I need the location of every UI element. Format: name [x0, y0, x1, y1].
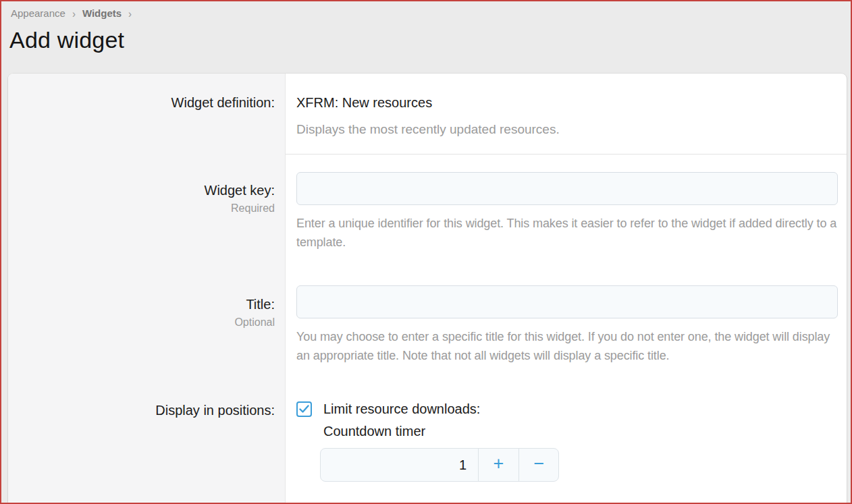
limit-resource-downloads-checkbox-label[interactable]: Limit resource downloads: — [323, 401, 480, 417]
display-positions-label: Display in positions: — [8, 401, 275, 419]
countdown-timer-value-input[interactable] — [321, 449, 478, 481]
widget-key-required-hint: Required — [8, 202, 275, 215]
title-explanation: You may choose to enter a specific title… — [296, 327, 838, 365]
widget-definition-label: Widget definition: — [8, 94, 275, 111]
add-widget-form: Widget definition: XFRM: New resources D… — [8, 74, 847, 504]
widget-key-label: Widget key: — [8, 181, 275, 199]
widget-key-input[interactable] — [296, 172, 838, 205]
widget-key-explanation: Enter a unique identifier for this widge… — [296, 214, 838, 252]
title-input[interactable] — [296, 285, 838, 318]
form-row-title: Title: Optional You may choose to enter … — [8, 269, 847, 384]
title-optional-hint: Optional — [8, 316, 275, 329]
breadcrumb-item-appearance[interactable]: Appearance — [11, 7, 65, 19]
title-label: Title: — [8, 296, 275, 313]
admin-page: Appearance › Widgets › Add widget Widget… — [0, 0, 852, 504]
check-icon — [299, 405, 309, 414]
increment-button[interactable]: + — [478, 449, 518, 481]
limit-resource-downloads-option[interactable]: Limit resource downloads: — [296, 401, 838, 417]
countdown-timer-stepper: + − — [320, 448, 559, 482]
countdown-timer-label: Countdown timer — [323, 424, 838, 439]
breadcrumb-item-widgets[interactable]: Widgets — [82, 7, 122, 19]
form-row-display-positions: Display in positions: Limit resource dow… — [8, 384, 847, 502]
widget-definition-value: XFRM: New resources — [296, 94, 838, 111]
form-row-widget-definition: Widget definition: XFRM: New resources D… — [8, 74, 847, 155]
form-row-widget-key: Widget key: Required Enter a unique iden… — [8, 155, 847, 269]
breadcrumb: Appearance › Widgets › — [1, 1, 851, 19]
limit-resource-downloads-checkbox[interactable] — [296, 401, 312, 417]
decrement-button[interactable]: − — [518, 449, 559, 481]
chevron-right-icon: › — [128, 7, 132, 19]
page-title: Add widget — [1, 19, 851, 53]
chevron-right-icon: › — [72, 7, 76, 19]
widget-definition-description: Displays the most recently updated resou… — [296, 122, 838, 137]
